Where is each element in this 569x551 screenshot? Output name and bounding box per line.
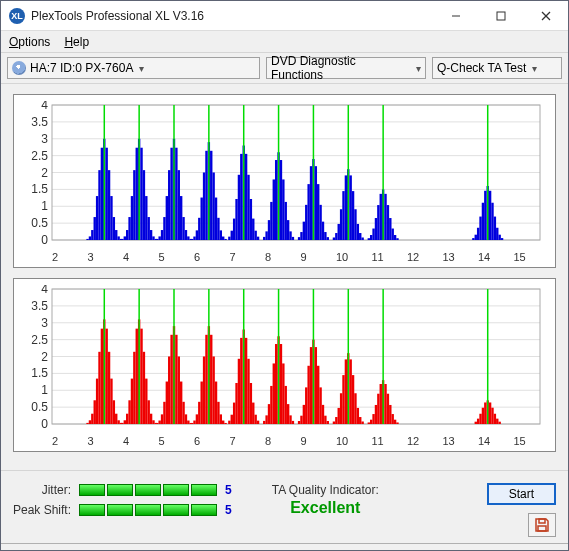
svg-rect-194 — [96, 379, 98, 424]
menu-help[interactable]: Help — [64, 35, 89, 49]
svg-rect-141 — [361, 237, 363, 240]
svg-rect-51 — [150, 230, 152, 240]
device-combo-text: HA:7 ID:0 PX-760A — [30, 61, 133, 75]
svg-rect-97 — [252, 219, 254, 240]
svg-rect-196 — [101, 329, 103, 424]
minimize-button[interactable] — [433, 1, 478, 30]
svg-rect-81 — [215, 198, 217, 240]
svg-rect-209 — [128, 400, 130, 424]
svg-rect-160 — [479, 217, 481, 240]
svg-rect-48 — [143, 170, 145, 240]
svg-rect-67 — [185, 230, 187, 240]
svg-rect-287 — [310, 347, 312, 424]
svg-rect-147 — [377, 205, 379, 240]
ta-quality-value: Excellent — [272, 499, 379, 517]
metrics-grid: Jitter: 5 Peak Shift: 5 — [13, 483, 232, 517]
close-button[interactable] — [523, 1, 568, 30]
svg-rect-152 — [389, 218, 391, 240]
svg-rect-251 — [222, 421, 224, 424]
svg-rect-258 — [238, 359, 240, 424]
svg-rect-318 — [387, 394, 389, 424]
svg-text:2: 2 — [41, 350, 48, 364]
test-combo[interactable]: Q-Check TA Test ▾ — [432, 57, 562, 79]
svg-rect-322 — [396, 422, 398, 424]
svg-rect-117 — [303, 222, 305, 240]
svg-rect-36 — [117, 236, 119, 240]
svg-rect-134 — [345, 175, 347, 240]
svg-rect-124 — [319, 205, 321, 240]
svg-rect-47 — [140, 148, 142, 240]
svg-rect-76 — [203, 172, 205, 240]
svg-rect-293 — [324, 416, 326, 424]
svg-rect-33 — [110, 196, 112, 240]
svg-rect-223 — [158, 421, 160, 424]
chart-top: 43.532.521.510.50 — [20, 101, 548, 246]
svg-rect-61 — [170, 148, 172, 240]
svg-rect-99 — [257, 237, 259, 240]
svg-rect-68 — [187, 236, 189, 240]
svg-rect-254 — [228, 421, 230, 424]
svg-rect-29 — [101, 148, 103, 240]
save-button[interactable] — [528, 513, 556, 537]
svg-rect-168 — [498, 235, 500, 240]
svg-rect-317 — [384, 384, 386, 424]
svg-rect-330 — [489, 402, 491, 424]
svg-rect-255 — [231, 415, 233, 424]
svg-rect-55 — [156, 239, 158, 240]
svg-rect-279 — [289, 415, 291, 424]
svg-rect-271 — [270, 386, 272, 424]
device-combo[interactable]: HA:7 ID:0 PX-760A ▾ — [7, 57, 260, 79]
svg-rect-115 — [298, 237, 300, 240]
svg-rect-241 — [198, 402, 200, 424]
svg-rect-315 — [380, 384, 382, 424]
minimize-icon — [451, 11, 461, 21]
maximize-button[interactable] — [478, 1, 523, 30]
svg-text:1: 1 — [41, 383, 48, 397]
svg-rect-102 — [265, 231, 267, 240]
svg-rect-190 — [86, 423, 88, 424]
function-combo[interactable]: DVD Diagnostic Functions ▾ — [266, 57, 426, 79]
svg-rect-333 — [496, 419, 498, 424]
svg-rect-139 — [357, 224, 359, 240]
svg-rect-219 — [152, 420, 154, 424]
ta-quality: TA Quality Indicator: Excellent — [272, 483, 379, 517]
svg-text:1.5: 1.5 — [31, 366, 48, 380]
svg-rect-298 — [338, 408, 340, 424]
svg-rect-193 — [94, 400, 96, 424]
svg-rect-52 — [152, 236, 154, 240]
svg-rect-264 — [252, 403, 254, 424]
svg-rect-232 — [180, 382, 182, 424]
svg-rect-202 — [115, 414, 117, 424]
chart-bottom: 43.532.521.510.50 — [20, 285, 548, 430]
svg-rect-24 — [89, 236, 91, 240]
svg-rect-265 — [254, 415, 256, 424]
svg-rect-199 — [108, 352, 110, 424]
svg-rect-208 — [126, 414, 128, 424]
start-button[interactable]: Start — [487, 483, 556, 505]
svg-rect-145 — [372, 229, 374, 240]
svg-rect-103 — [268, 220, 270, 240]
svg-rect-60 — [168, 170, 170, 240]
svg-text:3.5: 3.5 — [31, 299, 48, 313]
svg-text:2.5: 2.5 — [31, 333, 48, 347]
svg-rect-305 — [354, 393, 356, 424]
svg-rect-109 — [282, 179, 284, 240]
svg-rect-262 — [247, 359, 249, 424]
svg-rect-158 — [475, 235, 477, 240]
svg-rect-136 — [349, 175, 351, 240]
menu-options[interactable]: Options — [9, 35, 50, 49]
svg-rect-59 — [166, 196, 168, 240]
svg-rect-151 — [387, 205, 389, 240]
svg-rect-87 — [228, 237, 230, 240]
svg-rect-266 — [257, 421, 259, 424]
svg-rect-201 — [113, 400, 115, 424]
svg-rect-159 — [477, 228, 479, 240]
svg-rect-286 — [307, 366, 309, 424]
svg-rect-26 — [94, 217, 96, 240]
chevron-down-icon: ▾ — [139, 63, 144, 74]
svg-rect-312 — [372, 414, 374, 424]
svg-rect-235 — [187, 421, 189, 424]
svg-rect-324 — [475, 422, 477, 424]
svg-rect-34 — [113, 217, 115, 240]
svg-rect-240 — [196, 414, 198, 424]
